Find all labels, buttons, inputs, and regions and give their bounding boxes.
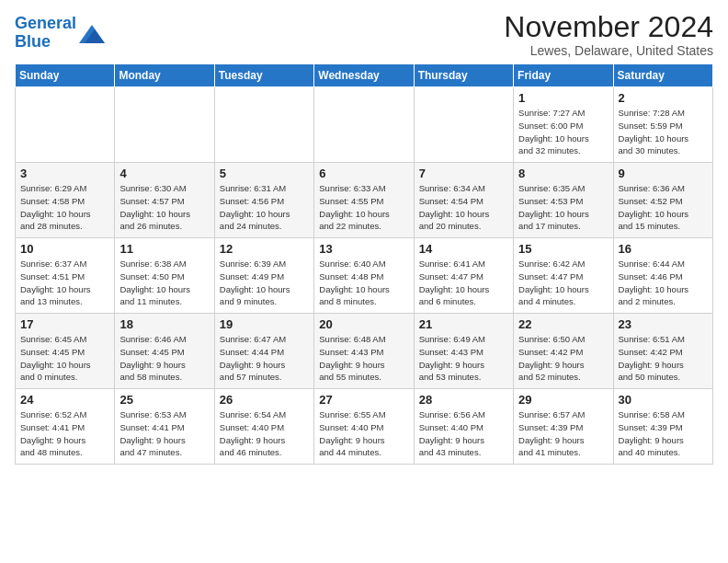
day-number: 16: [619, 242, 708, 256]
calendar-cell: 14Sunrise: 6:41 AM Sunset: 4:47 PM Dayli…: [414, 238, 513, 314]
day-number: 28: [419, 393, 508, 407]
calendar-week-row: 10Sunrise: 6:37 AM Sunset: 4:51 PM Dayli…: [16, 238, 713, 314]
subtitle: Lewes, Delaware, United States: [504, 43, 713, 58]
calendar-cell: 30Sunrise: 6:58 AM Sunset: 4:39 PM Dayli…: [613, 389, 712, 465]
calendar-cell: 29Sunrise: 6:57 AM Sunset: 4:39 PM Dayli…: [514, 389, 613, 465]
day-number: 5: [220, 167, 309, 180]
calendar-cell: 19Sunrise: 6:47 AM Sunset: 4:44 PM Dayli…: [214, 314, 313, 389]
day-info: Sunrise: 6:52 AM Sunset: 4:41 PM Dayligh…: [20, 408, 109, 459]
calendar-cell: [115, 87, 214, 163]
day-number: 30: [619, 393, 708, 407]
day-number: 26: [220, 393, 309, 407]
calendar-cell: 15Sunrise: 6:42 AM Sunset: 4:47 PM Dayli…: [514, 238, 613, 314]
day-info: Sunrise: 7:28 AM Sunset: 5:59 PM Dayligh…: [619, 107, 708, 157]
day-info: Sunrise: 6:47 AM Sunset: 4:44 PM Dayligh…: [220, 333, 309, 384]
day-info: Sunrise: 6:48 AM Sunset: 4:43 PM Dayligh…: [319, 333, 408, 384]
calendar-header-row: SundayMondayTuesdayWednesdayThursdayFrid…: [16, 64, 713, 87]
calendar-week-row: 17Sunrise: 6:45 AM Sunset: 4:45 PM Dayli…: [16, 314, 713, 389]
day-info: Sunrise: 6:56 AM Sunset: 4:40 PM Dayligh…: [419, 408, 508, 459]
day-header-tuesday: Tuesday: [214, 64, 313, 87]
calendar-cell: 12Sunrise: 6:39 AM Sunset: 4:49 PM Dayli…: [214, 238, 313, 314]
day-header-monday: Monday: [115, 64, 214, 87]
day-info: Sunrise: 6:38 AM Sunset: 4:50 PM Dayligh…: [119, 258, 209, 308]
day-number: 25: [119, 393, 209, 407]
day-number: 14: [419, 242, 508, 256]
title-block: November 2024 Lewes, Delaware, United St…: [504, 11, 713, 58]
day-header-friday: Friday: [514, 64, 613, 87]
day-info: Sunrise: 6:49 AM Sunset: 4:43 PM Dayligh…: [419, 333, 508, 384]
calendar-cell: 7Sunrise: 6:34 AM Sunset: 4:54 PM Daylig…: [414, 163, 513, 238]
day-info: Sunrise: 6:45 AM Sunset: 4:45 PM Dayligh…: [20, 333, 109, 384]
day-number: 18: [119, 317, 209, 331]
day-info: Sunrise: 6:36 AM Sunset: 4:52 PM Dayligh…: [619, 182, 708, 233]
day-number: 23: [619, 317, 708, 331]
day-info: Sunrise: 6:42 AM Sunset: 4:47 PM Dayligh…: [518, 258, 608, 308]
day-number: 21: [419, 317, 508, 331]
calendar-cell: 16Sunrise: 6:44 AM Sunset: 4:46 PM Dayli…: [613, 238, 712, 314]
day-number: 11: [119, 242, 209, 256]
calendar-cell: 3Sunrise: 6:29 AM Sunset: 4:58 PM Daylig…: [16, 163, 115, 238]
calendar-cell: 20Sunrise: 6:48 AM Sunset: 4:43 PM Dayli…: [314, 314, 414, 389]
day-header-saturday: Saturday: [613, 64, 712, 87]
logo-icon: [79, 25, 105, 43]
day-info: Sunrise: 6:46 AM Sunset: 4:45 PM Dayligh…: [119, 333, 209, 384]
calendar-cell: 24Sunrise: 6:52 AM Sunset: 4:41 PM Dayli…: [16, 389, 115, 465]
calendar-cell: 5Sunrise: 6:31 AM Sunset: 4:56 PM Daylig…: [214, 163, 313, 238]
day-number: 3: [20, 167, 109, 180]
calendar-cell: [214, 87, 313, 163]
day-info: Sunrise: 6:55 AM Sunset: 4:40 PM Dayligh…: [319, 408, 408, 459]
day-info: Sunrise: 6:44 AM Sunset: 4:46 PM Dayligh…: [619, 258, 708, 308]
calendar-week-row: 3Sunrise: 6:29 AM Sunset: 4:58 PM Daylig…: [16, 163, 713, 238]
day-number: 24: [20, 393, 109, 407]
day-info: Sunrise: 6:54 AM Sunset: 4:40 PM Dayligh…: [220, 408, 309, 459]
day-number: 6: [319, 167, 408, 180]
day-number: 19: [220, 317, 309, 331]
logo: General Blue: [15, 15, 105, 52]
day-number: 27: [319, 393, 408, 407]
day-info: Sunrise: 6:39 AM Sunset: 4:49 PM Dayligh…: [220, 258, 309, 308]
calendar-cell: 13Sunrise: 6:40 AM Sunset: 4:48 PM Dayli…: [314, 238, 414, 314]
day-number: 8: [518, 167, 608, 180]
calendar-cell: [314, 87, 414, 163]
page: General Blue November 2024 Lewes, Delawa…: [0, 0, 728, 472]
day-info: Sunrise: 6:31 AM Sunset: 4:56 PM Dayligh…: [220, 182, 309, 233]
day-info: Sunrise: 6:33 AM Sunset: 4:55 PM Dayligh…: [319, 182, 408, 233]
day-number: 9: [619, 167, 708, 180]
calendar-cell: 9Sunrise: 6:36 AM Sunset: 4:52 PM Daylig…: [613, 163, 712, 238]
calendar-cell: 17Sunrise: 6:45 AM Sunset: 4:45 PM Dayli…: [16, 314, 115, 389]
calendar-cell: 11Sunrise: 6:38 AM Sunset: 4:50 PM Dayli…: [115, 238, 214, 314]
day-info: Sunrise: 6:30 AM Sunset: 4:57 PM Dayligh…: [119, 182, 209, 233]
calendar-week-row: 1Sunrise: 7:27 AM Sunset: 6:00 PM Daylig…: [16, 87, 713, 163]
day-number: 12: [220, 242, 309, 256]
calendar-cell: 23Sunrise: 6:51 AM Sunset: 4:42 PM Dayli…: [613, 314, 712, 389]
calendar-week-row: 24Sunrise: 6:52 AM Sunset: 4:41 PM Dayli…: [16, 389, 713, 465]
day-info: Sunrise: 6:37 AM Sunset: 4:51 PM Dayligh…: [20, 258, 109, 308]
day-number: 2: [619, 91, 708, 105]
calendar-cell: 10Sunrise: 6:37 AM Sunset: 4:51 PM Dayli…: [16, 238, 115, 314]
header: General Blue November 2024 Lewes, Delawa…: [15, 11, 713, 58]
day-number: 20: [319, 317, 408, 331]
day-info: Sunrise: 6:50 AM Sunset: 4:42 PM Dayligh…: [518, 333, 608, 384]
day-info: Sunrise: 7:27 AM Sunset: 6:00 PM Dayligh…: [518, 107, 608, 157]
calendar-cell: 1Sunrise: 7:27 AM Sunset: 6:00 PM Daylig…: [514, 87, 613, 163]
day-number: 29: [518, 393, 608, 407]
day-info: Sunrise: 6:40 AM Sunset: 4:48 PM Dayligh…: [319, 258, 408, 308]
calendar-cell: [16, 87, 115, 163]
calendar-cell: 2Sunrise: 7:28 AM Sunset: 5:59 PM Daylig…: [613, 87, 712, 163]
day-info: Sunrise: 6:51 AM Sunset: 4:42 PM Dayligh…: [619, 333, 708, 384]
day-info: Sunrise: 6:29 AM Sunset: 4:58 PM Dayligh…: [20, 182, 109, 233]
day-info: Sunrise: 6:58 AM Sunset: 4:39 PM Dayligh…: [619, 408, 708, 459]
day-number: 13: [319, 242, 408, 256]
month-title: November 2024: [504, 11, 713, 43]
day-number: 17: [20, 317, 109, 331]
day-header-thursday: Thursday: [414, 64, 513, 87]
calendar-cell: 22Sunrise: 6:50 AM Sunset: 4:42 PM Dayli…: [514, 314, 613, 389]
calendar-cell: 21Sunrise: 6:49 AM Sunset: 4:43 PM Dayli…: [414, 314, 513, 389]
calendar-cell: 4Sunrise: 6:30 AM Sunset: 4:57 PM Daylig…: [115, 163, 214, 238]
calendar-cell: 26Sunrise: 6:54 AM Sunset: 4:40 PM Dayli…: [214, 389, 313, 465]
calendar-cell: 8Sunrise: 6:35 AM Sunset: 4:53 PM Daylig…: [514, 163, 613, 238]
day-info: Sunrise: 6:41 AM Sunset: 4:47 PM Dayligh…: [419, 258, 508, 308]
day-number: 7: [419, 167, 508, 180]
day-info: Sunrise: 6:53 AM Sunset: 4:41 PM Dayligh…: [119, 408, 209, 459]
day-number: 1: [518, 91, 608, 105]
